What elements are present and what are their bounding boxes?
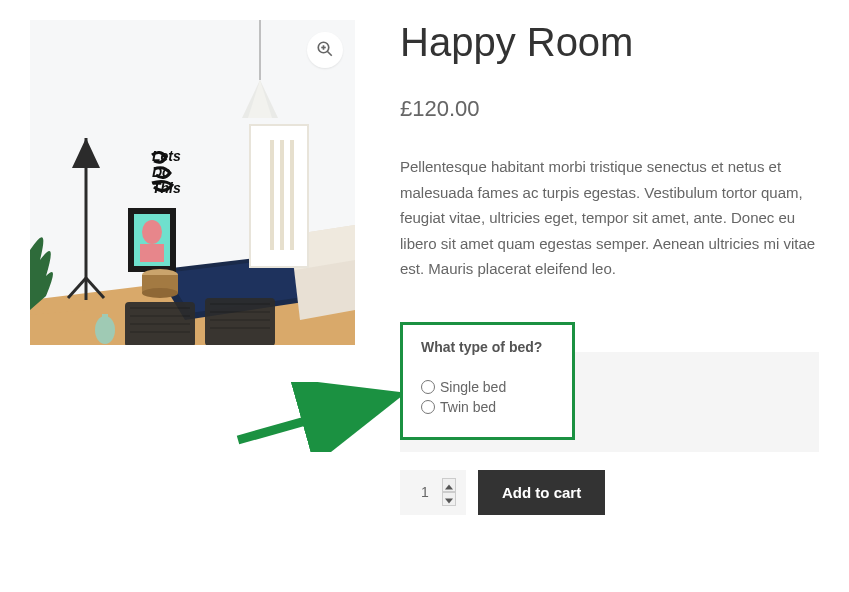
svg-rect-7 (270, 140, 274, 250)
zoom-button[interactable] (307, 32, 343, 68)
radio-single-bed[interactable] (421, 380, 435, 394)
radio-twin-bed[interactable] (421, 400, 435, 414)
svg-line-46 (238, 400, 380, 440)
svg-rect-29 (102, 314, 108, 320)
quantity-increase-button[interactable] (442, 478, 456, 492)
quantity-decrease-button[interactable] (442, 492, 456, 506)
chevron-down-icon (445, 492, 453, 507)
svg-rect-8 (280, 140, 284, 250)
svg-rect-9 (290, 140, 294, 250)
quantity-input[interactable] (410, 478, 440, 506)
product-price: £120.00 (400, 96, 819, 122)
callout-arrow-icon (230, 382, 400, 456)
svg-marker-48 (445, 498, 453, 503)
svg-point-27 (142, 288, 178, 298)
product-image[interactable]: Lets Do This (30, 20, 355, 345)
svg-text:Lets: Lets (152, 148, 181, 164)
svg-marker-47 (445, 484, 453, 489)
svg-marker-40 (30, 310, 90, 345)
quantity-stepper (442, 478, 456, 506)
radio-option-twin: Twin bed (421, 399, 554, 415)
add-to-cart-button[interactable]: Add to cart (478, 470, 605, 515)
product-options: What type of bed? Single bed Twin bed (400, 322, 819, 440)
product-title: Happy Room (400, 20, 819, 64)
price-value: 120.00 (412, 96, 479, 121)
product-description: Pellentesque habitant morbi tristique se… (400, 154, 819, 282)
quantity-wrapper (400, 470, 466, 515)
product-container: Lets Do This (30, 20, 819, 515)
bed-type-option-box: What type of bed? Single bed Twin bed (400, 322, 575, 440)
svg-rect-24 (140, 244, 164, 262)
svg-line-42 (327, 51, 332, 56)
option-label: What type of bed? (421, 339, 554, 355)
svg-point-28 (95, 316, 115, 344)
radio-twin-label[interactable]: Twin bed (440, 399, 496, 415)
currency-symbol: £ (400, 96, 412, 121)
radio-option-single: Single bed (421, 379, 554, 395)
svg-point-23 (142, 220, 162, 244)
zoom-in-icon (316, 40, 334, 61)
radio-single-label[interactable]: Single bed (440, 379, 506, 395)
cart-row: Add to cart (400, 470, 819, 515)
svg-rect-6 (250, 125, 308, 267)
chevron-up-icon (445, 478, 453, 493)
product-info: Happy Room £120.00 Pellentesque habitant… (400, 20, 819, 515)
svg-text:This: This (152, 180, 181, 196)
svg-text:Do: Do (152, 164, 171, 180)
svg-rect-31 (205, 298, 275, 345)
